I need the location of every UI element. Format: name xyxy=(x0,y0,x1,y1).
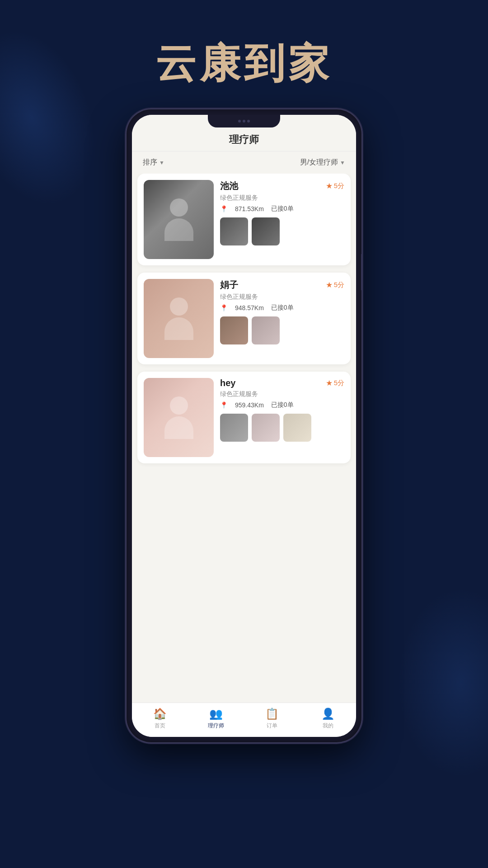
bg-decoration-left xyxy=(0,13,118,223)
bottom-nav: 🏠 首页 👥 理疗师 📋 订单 👤 我的 xyxy=(132,703,356,737)
star-icon-3: ★ xyxy=(326,378,333,388)
profile-icon: 👤 xyxy=(321,708,335,720)
side-button xyxy=(361,254,361,290)
screen-title: 理疗师 xyxy=(132,133,356,146)
therapist-service-2: 绿色正规服务 xyxy=(220,293,344,301)
therapist-name-3: hey xyxy=(220,378,235,388)
therapist-orders-3: 已接0单 xyxy=(271,401,294,409)
gender-filter-button[interactable]: 男/女理疗师 ▼ xyxy=(300,158,345,167)
therapist-name-1: 池池 xyxy=(220,180,238,192)
notch-dot-3 xyxy=(247,120,250,123)
nav-item-home[interactable]: 🏠 首页 xyxy=(132,708,188,730)
nav-label-profile: 我的 xyxy=(323,722,333,730)
therapist-info-1: 池池 ★5分 绿色正规服务 📍 871.53Km 已接0单 xyxy=(220,180,344,259)
nav-item-orders[interactable]: 📋 订单 xyxy=(244,708,300,730)
star-icon-2: ★ xyxy=(326,280,333,290)
therapist-meta-3: 📍 959.43Km 已接0单 xyxy=(220,401,344,409)
therapist-distance-2: 948.57Km xyxy=(235,304,264,311)
nav-item-profile[interactable]: 👤 我的 xyxy=(300,708,356,730)
card-top-row-3: hey ★5分 xyxy=(220,378,344,388)
location-icon-3: 📍 xyxy=(220,401,228,409)
star-icon-1: ★ xyxy=(326,181,333,191)
therapist-meta-1: 📍 871.53Km 已接0单 xyxy=(220,205,344,213)
app-title: 云康到家 xyxy=(155,36,333,91)
therapist-rating-2: ★5分 xyxy=(326,280,344,290)
photo-thumb-3-3 xyxy=(283,414,311,442)
card-top-row-2: 娟子 ★5分 xyxy=(220,279,344,291)
nav-label-therapist: 理疗师 xyxy=(208,722,224,730)
sort-filter-label: 排序 xyxy=(143,158,157,167)
therapist-info-2: 娟子 ★5分 绿色正规服务 📍 948.57Km 已接0单 xyxy=(220,279,344,358)
phone-notch xyxy=(208,115,280,127)
therapist-rating-3: ★5分 xyxy=(326,378,344,388)
phone-frame: 理疗师 排序 ▼ 男/女理疗师 ▼ xyxy=(127,109,361,742)
notch-dot-1 xyxy=(238,120,241,123)
nav-item-therapist[interactable]: 👥 理疗师 xyxy=(188,708,244,730)
therapist-distance-3: 959.43Km xyxy=(235,401,264,409)
therapist-distance-1: 871.53Km xyxy=(235,205,264,212)
therapist-avatar-3 xyxy=(144,378,214,457)
therapist-card-1[interactable]: 池池 ★5分 绿色正规服务 📍 871.53Km 已接0单 xyxy=(137,174,351,265)
therapist-photos-1 xyxy=(220,217,344,245)
therapist-rating-1: ★5分 xyxy=(326,181,344,191)
photo-thumb-3-2 xyxy=(252,414,280,442)
card-top-row-1: 池池 ★5分 xyxy=(220,180,344,192)
nav-label-orders: 订单 xyxy=(267,722,277,730)
bg-decoration-right xyxy=(398,588,488,778)
therapist-service-3: 绿色正规服务 xyxy=(220,390,344,398)
photo-thumb-1-1 xyxy=(220,217,248,245)
therapist-avatar-2 xyxy=(144,279,214,358)
therapist-meta-2: 📍 948.57Km 已接0单 xyxy=(220,304,344,312)
notch-dot-2 xyxy=(243,120,245,123)
therapist-photos-2 xyxy=(220,316,344,344)
gender-chevron-icon: ▼ xyxy=(340,160,345,166)
location-icon-2: 📍 xyxy=(220,304,228,311)
sort-filter-button[interactable]: 排序 ▼ xyxy=(143,158,164,167)
location-icon-1: 📍 xyxy=(220,205,228,212)
sort-chevron-icon: ▼ xyxy=(159,160,164,166)
home-icon: 🏠 xyxy=(153,708,167,720)
therapist-icon: 👥 xyxy=(209,708,223,720)
orders-icon: 📋 xyxy=(265,708,279,720)
therapist-avatar-1 xyxy=(144,180,214,259)
photo-thumb-3-1 xyxy=(220,414,248,442)
photo-thumb-1-2 xyxy=(252,217,280,245)
therapist-card-3[interactable]: hey ★5分 绿色正规服务 📍 959.43Km 已接0单 xyxy=(137,372,351,463)
therapist-list: 池池 ★5分 绿色正规服务 📍 871.53Km 已接0单 xyxy=(132,174,356,703)
therapist-orders-1: 已接0单 xyxy=(271,205,294,213)
photo-thumb-2-2 xyxy=(252,316,280,344)
nav-label-home: 首页 xyxy=(155,722,165,730)
therapist-card-2[interactable]: 娟子 ★5分 绿色正规服务 📍 948.57Km 已接0单 xyxy=(137,273,351,364)
therapist-info-3: hey ★5分 绿色正规服务 📍 959.43Km 已接0单 xyxy=(220,378,344,457)
filter-bar: 排序 ▼ 男/女理疗师 ▼ xyxy=(132,151,356,174)
therapist-service-1: 绿色正规服务 xyxy=(220,194,344,202)
phone-screen: 理疗师 排序 ▼ 男/女理疗师 ▼ xyxy=(132,115,356,737)
therapist-photos-3 xyxy=(220,414,344,442)
gender-filter-label: 男/女理疗师 xyxy=(300,158,338,167)
therapist-name-2: 娟子 xyxy=(220,279,238,291)
therapist-orders-2: 已接0单 xyxy=(271,304,294,312)
photo-thumb-2-1 xyxy=(220,316,248,344)
